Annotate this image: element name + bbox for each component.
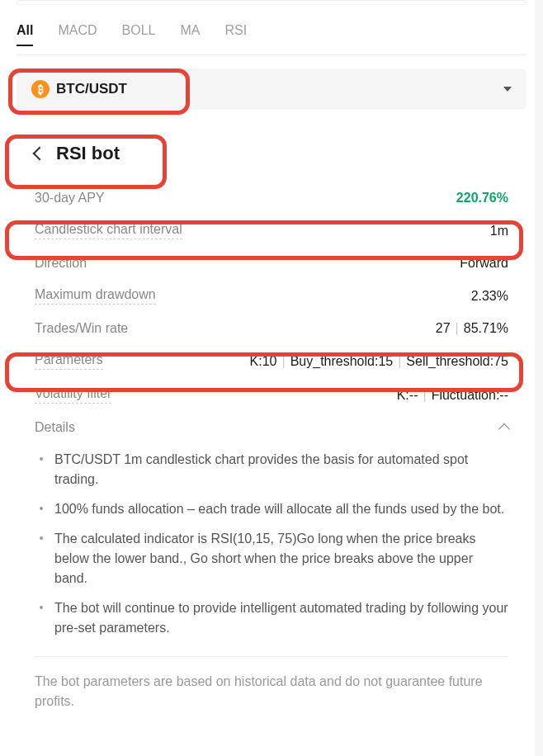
apy-label: 30-day APY (35, 191, 105, 206)
tab-macd[interactable]: MACD (58, 23, 97, 46)
separator: | (282, 354, 286, 368)
details-list: BTC/USDT 1m candlestick chart provides t… (35, 440, 508, 657)
stat-row-direction: Direction Forward (35, 248, 508, 279)
detail-item: BTC/USDT 1m candlestick chart provides t… (46, 445, 508, 494)
trades-value: 27|85.71% (436, 321, 508, 336)
stat-row-interval: Candlestick chart interval 1m (35, 214, 508, 248)
stat-row-trades: Trades/Win rate 27|85.71% (35, 313, 508, 344)
separator: | (456, 321, 459, 335)
separator: | (423, 388, 426, 402)
top-box-remnant (17, 0, 526, 5)
separator: | (398, 354, 401, 368)
detail-item: 100% funds allocation – each trade will … (46, 494, 508, 524)
volfilter-value: K:--|Fluctuation:-- (397, 388, 508, 403)
drawdown-label: Maximum drawdown (35, 287, 156, 305)
right-gutter (535, 0, 543, 756)
bot-title: RSI bot (56, 143, 120, 164)
volfilter-label: Volatility filter (35, 386, 111, 404)
tab-ma[interactable]: MA (180, 23, 200, 46)
drawdown-value: 2.33% (471, 289, 508, 304)
pair-dropdown[interactable]: ₿ BTC/USDT (17, 69, 526, 110)
params-buy: Buy_threshold:15 (290, 354, 394, 368)
volfilter-k: K:-- (397, 388, 418, 402)
disclaimer-text: The bot parameters are based on historic… (17, 672, 526, 728)
params-value: K:10|Buy_threshold:15|Sell_threshold:75 (250, 354, 508, 369)
volfilter-fluct: Fluctuation:-- (432, 388, 508, 402)
trades-count: 27 (436, 321, 451, 335)
stat-row-params: Parameters K:10|Buy_threshold:15|Sell_th… (35, 344, 508, 378)
direction-label: Direction (35, 256, 87, 271)
details-toggle[interactable]: Details (35, 412, 508, 440)
trades-label: Trades/Win rate (35, 321, 128, 336)
params-label: Parameters (35, 352, 103, 370)
pair-text: BTC/USDT (56, 81, 127, 97)
indicator-tabs: All MACD BOLL MA RSI (17, 12, 526, 55)
direction-value: Forward (460, 256, 508, 271)
stat-row-volfilter: Volatility filter K:--|Fluctuation:-- (35, 378, 508, 412)
stats-section: 30-day APY 220.76% Candlestick chart int… (17, 182, 526, 657)
stat-row-apy: 30-day APY 220.76% (35, 182, 508, 214)
chevron-up-icon (498, 423, 510, 435)
detail-item: The calculated indicator is RSI(10,15, 7… (46, 524, 508, 593)
params-k: K:10 (250, 354, 277, 368)
btc-icon: ₿ (31, 80, 50, 98)
apy-value: 220.76% (456, 191, 508, 206)
tab-rsi[interactable]: RSI (224, 23, 247, 46)
tab-all[interactable]: All (17, 23, 33, 46)
params-sell: Sell_threshold:75 (406, 354, 508, 368)
interval-value: 1m (490, 224, 508, 239)
pair-dropdown-content: ₿ BTC/USDT (31, 80, 127, 98)
stat-row-drawdown: Maximum drawdown 2.33% (35, 279, 508, 313)
interval-label: Candlestick chart interval (35, 222, 182, 239)
bot-header: RSI bot (17, 130, 526, 182)
tab-boll[interactable]: BOLL (122, 23, 156, 46)
caret-down-icon (503, 87, 512, 92)
detail-item: The bot will continue to provide intelli… (46, 593, 508, 643)
details-label: Details (35, 420, 75, 435)
back-chevron-icon[interactable] (33, 147, 47, 161)
trades-winrate: 85.71% (464, 321, 508, 335)
